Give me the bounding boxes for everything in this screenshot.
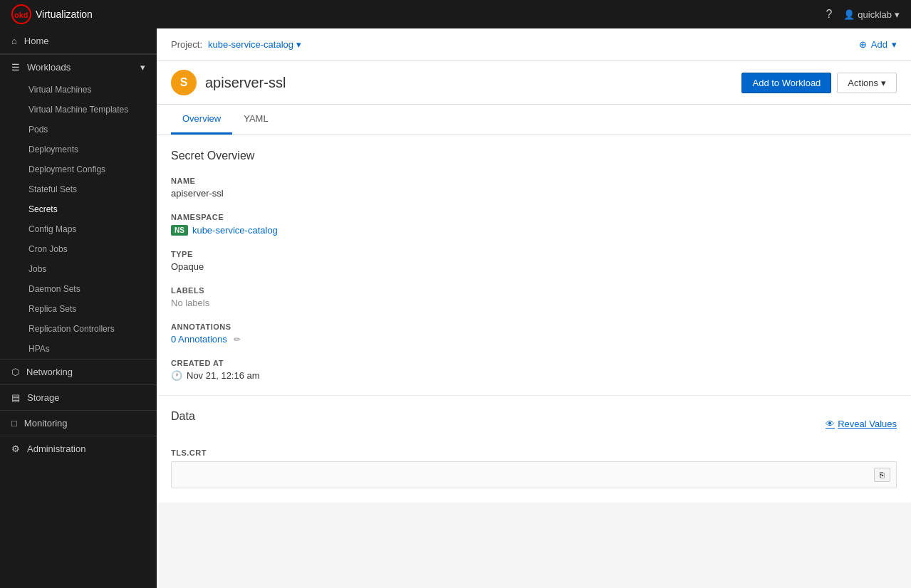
administration-icon: ⚙ [11,443,20,454]
project-selector[interactable]: kube-service-catalog ▾ [208,39,301,50]
okd-logo: okd Virtualization [11,4,93,24]
user-icon: 👤 [843,9,855,20]
section-title: Secret Overview [171,149,897,162]
resource-header: S apiserver-ssl Add to Workload Actions … [157,61,911,105]
sidebar-section-workloads[interactable]: ☰ Workloads ▾ [0,54,157,80]
data-header: Data 👁 Reveal Values [171,410,897,437]
sidebar-item-daemon-sets[interactable]: Daemon Sets [0,279,157,299]
page-content: S apiserver-ssl Add to Workload Actions … [157,61,911,503]
add-circle-icon: ⊕ [859,39,867,50]
data-section-title: Data [171,410,195,423]
sidebar-item-deployments[interactable]: Deployments [0,140,157,159]
monitoring-label: Monitoring [24,418,68,429]
add-button[interactable]: ⊕ Add ▾ [859,39,897,50]
resource-name: apiserver-ssl [205,75,286,91]
annotations-value: 0 Annotations ✏ [171,334,897,345]
sidebar-item-stateful-sets[interactable]: Stateful Sets [0,179,157,199]
namespace-value: NS kube-service-catalog [171,224,897,236]
administration-section-left: ⚙ Administration [11,443,85,454]
user-menu[interactable]: 👤 quicklab ▾ [843,9,900,20]
resource-actions: Add to Workload Actions ▾ [741,73,897,93]
workloads-label: Workloads [27,62,71,73]
main-layout: ⌂ Home ☰ Workloads ▾ Virtual Machines Vi… [0,28,911,588]
annotations-field: ANNOTATIONS 0 Annotations ✏ [171,322,897,345]
tls-crt-label: TLS.CRT [171,448,897,457]
sidebar-item-virtual-machine-templates[interactable]: Virtual Machine Templates [0,100,157,120]
sidebar-item-hpas[interactable]: HPAs [0,339,157,359]
workloads-icon: ☰ [11,62,20,73]
labels-label: LABELS [171,286,897,295]
home-label: Home [24,36,49,46]
sidebar-item-virtual-machines[interactable]: Virtual Machines [0,80,157,100]
administration-label: Administration [27,443,85,454]
tab-yaml[interactable]: YAML [232,105,279,135]
labels-value: No labels [171,298,897,308]
svg-text:okd: okd [14,11,28,19]
workloads-chevron-icon: ▾ [140,62,145,73]
okd-logo-icon: okd [11,4,31,24]
sidebar-item-deployment-configs[interactable]: Deployment Configs [0,159,157,179]
sidebar-item-secrets[interactable]: Secrets [0,199,157,219]
project-selector-group: Project: kube-service-catalog ▾ [171,39,301,50]
sidebar-section-networking[interactable]: ⬡ Networking [0,359,157,384]
networking-section-left: ⬡ Networking [11,367,73,377]
created-at-label: CREATED AT [171,359,897,367]
tabs: Overview YAML [157,105,911,135]
namespace-label: NAMESPACE [171,213,897,221]
project-chevron-icon: ▾ [296,39,301,50]
name-label: NAME [171,177,897,185]
top-nav-right: ? 👤 quicklab ▾ [826,8,900,21]
annotations-label: ANNOTATIONS [171,322,897,331]
sidebar-item-home[interactable]: ⌂ Home [0,28,157,54]
reveal-eye-icon: 👁 [826,419,835,429]
resource-title: S apiserver-ssl [171,70,286,95]
data-section: Data 👁 Reveal Values TLS.CRT ⎘ [157,396,911,503]
project-bar: Project: kube-service-catalog ▾ ⊕ Add ▾ [157,28,911,61]
monitoring-icon: □ [11,418,17,429]
sidebar-item-jobs[interactable]: Jobs [0,259,157,279]
sidebar-item-config-maps[interactable]: Config Maps [0,219,157,239]
sidebar-item-pods[interactable]: Pods [0,120,157,140]
project-label: Project: [171,39,202,50]
storage-icon: ▤ [11,392,20,403]
top-nav: okd Virtualization ? 👤 quicklab ▾ [0,0,911,28]
tab-overview[interactable]: Overview [171,105,232,135]
workloads-section-left: ☰ Workloads [11,62,71,73]
app-title: Virtualization [36,9,93,20]
copy-tls-crt-button[interactable]: ⎘ [874,468,890,482]
sidebar-item-replica-sets[interactable]: Replica Sets [0,299,157,319]
add-label: Add [871,39,887,50]
help-icon[interactable]: ? [826,8,832,21]
annotations-link[interactable]: 0 Annotations [171,334,227,345]
networking-icon: ⬡ [11,367,19,377]
add-chevron-icon: ▾ [892,39,897,50]
sidebar-item-replication-controllers[interactable]: Replication Controllers [0,319,157,339]
tls-crt-field: ⎘ [171,461,897,488]
sidebar-section-administration[interactable]: ⚙ Administration [0,436,157,461]
detail-grid: NAME apiserver-ssl NAMESPACE NS kube-ser… [171,177,897,381]
created-at-value: 🕐 Nov 21, 12:16 am [171,370,897,381]
add-to-workload-button[interactable]: Add to Workload [741,73,831,93]
ns-pill: NS [171,225,188,236]
sidebar-section-monitoring[interactable]: □ Monitoring [0,410,157,436]
home-icon: ⌂ [11,36,17,46]
actions-button[interactable]: Actions ▾ [837,73,897,93]
monitoring-section-left: □ Monitoring [11,418,68,429]
sidebar-item-cron-jobs[interactable]: Cron Jobs [0,239,157,259]
storage-section-left: ▤ Storage [11,392,60,403]
content-area: Project: kube-service-catalog ▾ ⊕ Add ▾ … [157,28,911,588]
sidebar-section-storage[interactable]: ▤ Storage [0,384,157,410]
created-at-field: CREATED AT 🕐 Nov 21, 12:16 am [171,359,897,381]
clock-icon: 🕐 [171,370,182,381]
labels-field: LABELS No labels [171,286,897,308]
type-value: Opaque [171,261,897,272]
name-field: NAME apiserver-ssl [171,177,897,199]
workloads-sub-items: Virtual Machines Virtual Machine Templat… [0,80,157,359]
reveal-values-link[interactable]: 👁 Reveal Values [826,419,897,429]
namespace-link[interactable]: kube-service-catalog [192,225,278,236]
top-nav-left: okd Virtualization [11,4,93,24]
networking-label: Networking [26,367,73,377]
secret-overview-section: Secret Overview NAME apiserver-ssl NAMES… [157,135,911,396]
edit-annotations-icon[interactable]: ✏ [234,335,241,345]
storage-label: Storage [27,392,60,403]
